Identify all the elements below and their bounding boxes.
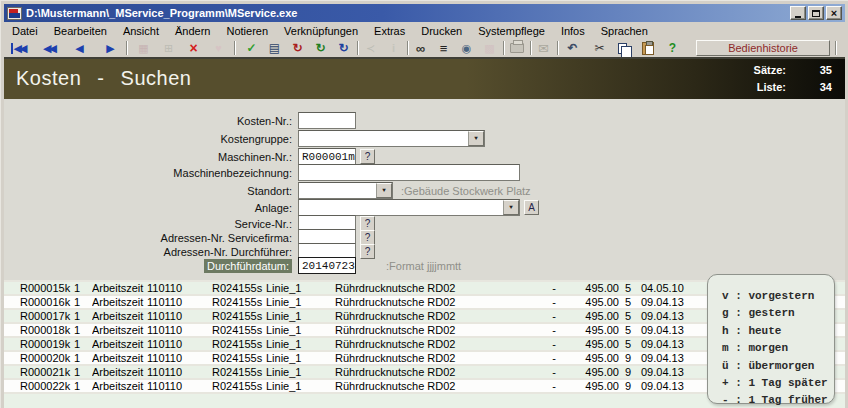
delete-icon[interactable]: ×: [186, 40, 201, 56]
table-cell: R024155s: [212, 324, 266, 336]
menu-item-drucken[interactable]: Drucken: [413, 24, 470, 38]
anlage-a-button[interactable]: A: [524, 200, 539, 215]
table-cell: Linie_1: [266, 296, 335, 308]
kostengruppe-input[interactable]: ▼: [298, 130, 485, 147]
table-cell: R000016k: [20, 296, 74, 308]
table-cell: -: [549, 380, 559, 392]
field-label: Anlage:: [4, 202, 298, 214]
table-cell: -: [549, 324, 559, 336]
eye-icon: ◉: [462, 43, 472, 54]
menu-item-infos[interactable]: Infos: [553, 24, 593, 38]
bedienhistorie-wrap: Bedienhistorie: [696, 40, 837, 56]
table-cell: R000019k: [20, 338, 74, 350]
eye-icon[interactable]: ◉: [459, 40, 474, 56]
table-cell: 09.04.13: [637, 366, 697, 378]
cut-icon[interactable]: ✂: [592, 40, 607, 56]
menu-item-verknüpfungen[interactable]: Verknüpfungen: [276, 24, 366, 38]
app-window: D:\Mustermann\_MService_Programm\MServic…: [0, 0, 848, 408]
table-cell: 110110: [147, 310, 212, 322]
refresh-red-icon[interactable]: ↻: [290, 40, 305, 56]
table-cell: R024155s: [212, 380, 266, 392]
menu-item-sprachen[interactable]: Sprachen: [593, 24, 656, 38]
copy-icon[interactable]: [617, 40, 632, 56]
menu-item-datei[interactable]: Datei: [4, 24, 46, 38]
nav-next-icon[interactable]: ▶: [103, 40, 118, 56]
table-cell: 495.00: [559, 338, 619, 350]
binoculars-icon[interactable]: ∞: [413, 40, 428, 56]
mail-icon: ✉: [536, 40, 551, 56]
table-cell: 495.00: [559, 324, 619, 336]
nav-prev-icon: ◀: [75, 43, 83, 54]
nav-prev-icon[interactable]: ◀: [72, 40, 87, 56]
table-cell: Linie_1: [266, 310, 335, 322]
maximize-icon: [812, 10, 820, 17]
dropdown-arrow-icon[interactable]: ▼: [468, 131, 484, 146]
refresh-green-icon[interactable]: ↻: [313, 40, 328, 56]
legend-line: - : 1 Tag früher: [722, 392, 834, 408]
legend-line: m : morgen: [722, 340, 834, 357]
help-question-button[interactable]: ?: [360, 149, 375, 164]
minimize-button[interactable]: [790, 6, 806, 20]
menu-item-systempflege[interactable]: Systempflege: [470, 24, 553, 38]
field-row-kosten-nr: Kosten-Nr.:: [4, 112, 356, 129]
anlage-input[interactable]: ▼: [298, 199, 520, 216]
field-note: :Gebäude Stockwerk Platz: [401, 185, 531, 197]
dropdown-arrow-icon[interactable]: ▼: [376, 183, 392, 198]
form-icon[interactable]: ▤: [267, 40, 282, 56]
table-cell: R024155s: [212, 366, 266, 378]
toolbar-separator: [503, 41, 505, 55]
nav-first-icon[interactable]: ◀◀: [10, 40, 25, 56]
kosten-nr-input[interactable]: [298, 112, 356, 129]
menu-item-ansicht[interactable]: Ansicht: [115, 24, 167, 38]
durchführdatum-input[interactable]: 20140723: [298, 257, 356, 274]
chart-icon: ▩: [482, 40, 497, 56]
menu-item-bearbeiten[interactable]: Bearbeiten: [46, 24, 115, 38]
dropdown-arrow-icon[interactable]: ▼: [503, 200, 519, 215]
refresh-blue-icon[interactable]: ↻: [336, 40, 351, 56]
maximize-button[interactable]: [808, 6, 824, 20]
menu-item-extras[interactable]: Extras: [366, 24, 413, 38]
undo-icon[interactable]: ↶: [565, 40, 580, 56]
page-header: Kosten - Suchen Sätze:35Liste:34: [4, 59, 845, 99]
field-row-standort: Standort:▼:Gebäude Stockwerk Platz: [4, 182, 531, 199]
nav-first-icon: ◀◀: [11, 43, 25, 54]
field-controls: R000001m?: [298, 148, 375, 165]
table-cell: 5: [619, 296, 637, 308]
menu-item-notieren[interactable]: Notieren: [218, 24, 276, 38]
table-cell: 9: [619, 352, 637, 364]
maschinenbezeichnung-input[interactable]: [298, 164, 520, 181]
table-cell: Linie_1: [266, 380, 335, 392]
table-cell: 04.05.10: [637, 282, 697, 294]
close-button[interactable]: ×: [826, 6, 842, 20]
field-label: Maschinenbezeichnung:: [4, 167, 298, 179]
paste-icon[interactable]: [640, 40, 655, 56]
delete-icon: ×: [189, 41, 197, 55]
hierarchy-icon: ⊞: [161, 40, 176, 56]
table-cell: Linie_1: [266, 352, 335, 364]
counter-value: 34: [786, 79, 832, 96]
toolbar-separator: [126, 41, 128, 55]
nav-fast-prev-icon[interactable]: ◀◀: [41, 40, 56, 56]
table-cell: 110110: [147, 296, 212, 308]
field-row-kostengruppe: Kostengruppe:▼: [4, 130, 485, 147]
maschinen-nr-input[interactable]: R000001m: [298, 148, 356, 165]
title-bar[interactable]: D:\Mustermann\_MService_Programm\MServic…: [4, 4, 845, 22]
list-icon[interactable]: ≡: [436, 40, 451, 56]
table-cell: -: [549, 338, 559, 350]
menu-item-ändern[interactable]: Ändern: [167, 24, 218, 38]
help-icon[interactable]: ?: [665, 40, 680, 56]
help-icon: ?: [669, 42, 676, 54]
info-icon: i: [386, 40, 401, 56]
field-row-maschinenbezeichnung: Maschinenbezeichnung:: [4, 164, 520, 181]
copy-icon: [618, 43, 627, 54]
confirm-icon[interactable]: ✓: [244, 40, 259, 56]
counter-line: Liste:34: [754, 79, 832, 96]
app-icon: [7, 7, 22, 20]
standort-input[interactable]: ▼: [298, 182, 393, 199]
toolbar-separator: [557, 41, 559, 55]
form-icon: ▤: [269, 42, 280, 54]
table-cell: Rührdrucknutsche RD02: [335, 352, 549, 364]
table-cell: 1: [74, 352, 92, 364]
bedienhistorie-button[interactable]: Bedienhistorie: [696, 40, 830, 56]
table-cell: Rührdrucknutsche RD02: [335, 338, 549, 350]
